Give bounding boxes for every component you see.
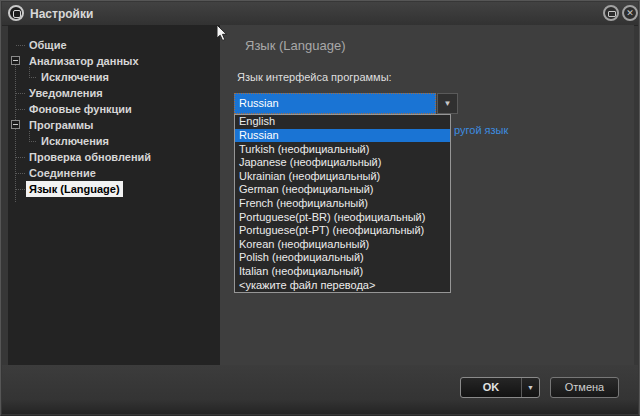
tree-line	[16, 173, 25, 174]
ok-split-button[interactable]: OK ▼	[460, 377, 540, 398]
dropdown-option[interactable]: Italian (неофициальный)	[235, 265, 450, 279]
maximize-button[interactable]	[603, 5, 619, 21]
sidebar-item[interactable]: Уведомления	[8, 85, 220, 101]
tree-line	[16, 157, 25, 158]
dropdown-option[interactable]: Korean (неофициальный)	[235, 237, 450, 251]
maximize-icon	[608, 11, 616, 17]
dropdown-option[interactable]: Ukrainian (неофициальный)	[235, 169, 450, 183]
sidebar-item[interactable]: Проверка обновлений	[8, 149, 220, 165]
tree-line	[29, 67, 36, 78]
tree-line	[16, 93, 25, 94]
titlebar[interactable]: Настройки ✕	[2, 2, 638, 26]
dropdown-option[interactable]: Japanese (неофициальный)	[235, 156, 450, 170]
translate-link[interactable]: ругой язык	[454, 124, 508, 136]
sidebar-item[interactable]: Исключения	[8, 133, 220, 149]
sidebar-item-label: Язык (Language)	[26, 181, 123, 197]
dropdown-option[interactable]: English	[235, 115, 450, 129]
language-combobox[interactable]: Russian	[234, 93, 436, 114]
dropdown-option[interactable]: Portuguese(pt-PT) (неофициальный)	[235, 224, 450, 238]
chevron-down-icon: ▼	[444, 99, 452, 108]
window-title: Настройки	[30, 7, 93, 21]
close-button[interactable]: ✕	[622, 5, 638, 21]
sidebar-item-label: Фоновые функции	[29, 101, 132, 117]
app-logo-icon	[8, 5, 24, 21]
language-dropdown-list: EnglishRussianTurkish (неофициальный)Jap…	[234, 114, 451, 293]
sidebar-item-label: Программы	[29, 117, 93, 133]
cancel-button[interactable]: Отмена	[550, 377, 619, 398]
tree-line	[16, 45, 25, 46]
sidebar-item[interactable]: Исключения	[8, 69, 220, 85]
settings-window: Настройки ✕ ОбщиеАнализатор данныхИсключ…	[0, 0, 640, 416]
dropdown-option[interactable]: German (неофициальный)	[235, 183, 450, 197]
footer-bar: OK ▼ Отмена	[2, 365, 638, 414]
ok-button[interactable]: OK	[461, 378, 521, 397]
sidebar-item[interactable]: Соединение	[8, 165, 220, 181]
dropdown-option[interactable]: Turkish (неофициальный)	[235, 142, 450, 156]
sidebar-item-label: Анализатор данных	[29, 53, 139, 69]
dropdown-option[interactable]: Polish (неофициальный)	[235, 251, 450, 265]
dropdown-option[interactable]: French (неофициальный)	[235, 197, 450, 211]
ok-dropdown-arrow[interactable]: ▼	[521, 378, 539, 397]
combobox-dropdown-button[interactable]: ▼	[437, 93, 458, 114]
sidebar-item[interactable]: Общие	[8, 37, 220, 53]
settings-tree: ОбщиеАнализатор данныхИсключенияУведомле…	[8, 37, 220, 197]
sidebar-item-label: Соединение	[29, 165, 96, 181]
sidebar-item-label: Исключения	[41, 69, 109, 85]
dropdown-option[interactable]: Russian	[235, 129, 450, 143]
dropdown-option[interactable]: <укажите файл перевода>	[235, 278, 450, 292]
sidebar-item-label: Общие	[29, 37, 67, 53]
sidebar-item-label: Исключения	[41, 133, 109, 149]
chevron-down-icon: ▼	[527, 384, 534, 391]
collapse-toggle-icon[interactable]	[11, 120, 20, 129]
sidebar-item-label: Проверка обновлений	[29, 149, 151, 165]
sidebar-item[interactable]: Язык (Language)	[8, 181, 220, 197]
tree-line	[29, 131, 36, 142]
language-field-label: Язык интерфейса программы:	[237, 71, 392, 83]
settings-sidebar: ОбщиеАнализатор данныхИсключенияУведомле…	[8, 25, 220, 367]
mouse-cursor	[216, 24, 228, 42]
sidebar-item[interactable]: Фоновые функции	[8, 101, 220, 117]
tree-line	[16, 109, 25, 110]
page-title: Язык (Language)	[245, 38, 346, 53]
collapse-toggle-icon[interactable]	[11, 56, 20, 65]
sidebar-item-label: Уведомления	[29, 85, 103, 101]
sidebar-item[interactable]: Программы	[8, 117, 220, 133]
tree-line	[16, 189, 25, 190]
sidebar-item[interactable]: Анализатор данных	[8, 53, 220, 69]
close-icon: ✕	[624, 8, 636, 19]
dropdown-option[interactable]: Portuguese(pt-BR) (неофициальный)	[235, 210, 450, 224]
language-settings-panel: Язык (Language) Язык интерфейса программ…	[220, 25, 634, 367]
